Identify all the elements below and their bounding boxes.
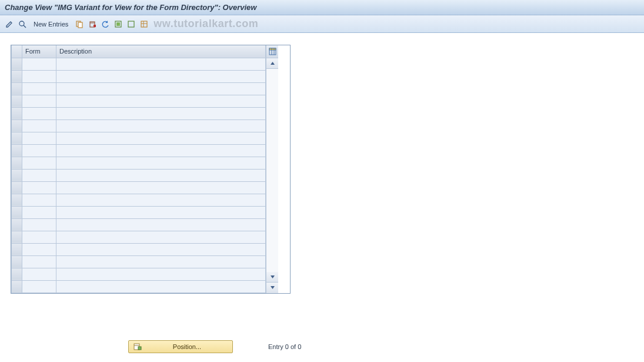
row-selector[interactable] xyxy=(12,132,22,144)
cell-description[interactable] xyxy=(56,255,266,268)
cell-description[interactable] xyxy=(56,82,266,95)
table-settings-button[interactable] xyxy=(138,18,150,30)
new-entries-button[interactable]: New Entries xyxy=(29,18,72,30)
svg-rect-19 xyxy=(138,347,141,350)
cell-description[interactable] xyxy=(56,206,266,218)
table-row[interactable] xyxy=(12,70,266,82)
row-selector[interactable] xyxy=(12,95,22,107)
table-row[interactable] xyxy=(12,206,266,218)
scroll-up-button[interactable] xyxy=(266,58,278,69)
row-selector[interactable] xyxy=(12,157,22,169)
row-selector[interactable] xyxy=(12,206,22,218)
scroll-down-button[interactable] xyxy=(266,272,278,283)
table-row[interactable] xyxy=(12,144,266,157)
row-selector[interactable] xyxy=(12,70,22,82)
table-row[interactable] xyxy=(12,169,266,181)
row-selector[interactable] xyxy=(12,119,22,132)
cell-description[interactable] xyxy=(56,119,266,132)
table-row[interactable] xyxy=(12,95,266,107)
table-row[interactable] xyxy=(12,218,266,231)
table-row[interactable] xyxy=(12,58,266,70)
row-selector[interactable] xyxy=(12,243,22,255)
footer-row: Position... Entry 0 of 0 xyxy=(0,340,644,353)
table-row[interactable] xyxy=(12,181,266,194)
cell-form[interactable] xyxy=(22,194,56,206)
table-row[interactable] xyxy=(12,119,266,132)
cell-form[interactable] xyxy=(22,70,56,82)
row-selector[interactable] xyxy=(12,58,22,70)
scroll-track[interactable] xyxy=(266,69,278,272)
cell-form[interactable] xyxy=(22,181,56,194)
scroll-bottom-button[interactable] xyxy=(266,283,278,293)
cell-form[interactable] xyxy=(22,157,56,169)
cell-form[interactable] xyxy=(22,107,56,119)
position-button[interactable]: Position... xyxy=(128,340,233,353)
cell-form[interactable] xyxy=(22,144,56,157)
cell-description[interactable] xyxy=(56,107,266,119)
table-row[interactable] xyxy=(12,194,266,206)
table-row[interactable] xyxy=(12,157,266,169)
table-row[interactable] xyxy=(12,107,266,119)
cell-description[interactable] xyxy=(56,95,266,107)
deselect-all-button[interactable] xyxy=(125,18,137,30)
toggle-display-change-button[interactable] xyxy=(4,18,15,30)
cell-form[interactable] xyxy=(22,243,56,255)
row-selector[interactable] xyxy=(12,218,22,231)
undo-change-button[interactable] xyxy=(99,18,111,30)
row-selector[interactable] xyxy=(12,144,22,157)
cell-form[interactable] xyxy=(22,58,56,70)
details-button[interactable] xyxy=(16,18,28,30)
cell-form[interactable] xyxy=(22,169,56,181)
cell-description[interactable] xyxy=(56,144,266,157)
cell-form[interactable] xyxy=(22,280,56,293)
row-selector[interactable] xyxy=(12,181,22,194)
row-selector[interactable] xyxy=(12,231,22,243)
cell-form[interactable] xyxy=(22,206,56,218)
cell-form[interactable] xyxy=(22,119,56,132)
triangle-up-icon xyxy=(270,61,275,65)
cell-form[interactable] xyxy=(22,82,56,95)
cell-form[interactable] xyxy=(22,231,56,243)
select-all-button[interactable] xyxy=(112,18,124,30)
cell-description[interactable] xyxy=(56,132,266,144)
row-selector[interactable] xyxy=(12,107,22,119)
cell-description[interactable] xyxy=(56,268,266,280)
data-table[interactable]: Form Description xyxy=(11,45,266,293)
cell-description[interactable] xyxy=(56,157,266,169)
row-selector[interactable] xyxy=(12,280,22,293)
cell-description[interactable] xyxy=(56,243,266,255)
column-header-form[interactable]: Form xyxy=(22,45,56,58)
cell-description[interactable] xyxy=(56,231,266,243)
table-row[interactable] xyxy=(12,231,266,243)
cell-description[interactable] xyxy=(56,280,266,293)
cell-description[interactable] xyxy=(56,194,266,206)
row-selector[interactable] xyxy=(12,194,22,206)
row-selector[interactable] xyxy=(12,169,22,181)
table-row[interactable] xyxy=(12,243,266,255)
vertical-scrollbar xyxy=(266,45,278,293)
table-row[interactable] xyxy=(12,132,266,144)
configure-columns-button[interactable] xyxy=(266,45,278,58)
new-entries-label: New Entries xyxy=(34,21,68,28)
cell-description[interactable] xyxy=(56,169,266,181)
cell-form[interactable] xyxy=(22,218,56,231)
cell-description[interactable] xyxy=(56,218,266,231)
row-selector[interactable] xyxy=(12,268,22,280)
cell-description[interactable] xyxy=(56,58,266,70)
row-selector[interactable] xyxy=(12,82,22,95)
delete-button[interactable] xyxy=(86,18,98,30)
cell-description[interactable] xyxy=(56,181,266,194)
select-all-header[interactable] xyxy=(12,45,22,58)
table-row[interactable] xyxy=(12,82,266,95)
cell-description[interactable] xyxy=(56,70,266,82)
copy-as-button[interactable] xyxy=(74,18,85,30)
cell-form[interactable] xyxy=(22,255,56,268)
table-row[interactable] xyxy=(12,255,266,268)
row-selector[interactable] xyxy=(12,255,22,268)
cell-form[interactable] xyxy=(22,268,56,280)
table-row[interactable] xyxy=(12,280,266,293)
cell-form[interactable] xyxy=(22,132,56,144)
table-row[interactable] xyxy=(12,268,266,280)
column-header-description[interactable]: Description xyxy=(56,45,266,58)
cell-form[interactable] xyxy=(22,95,56,107)
